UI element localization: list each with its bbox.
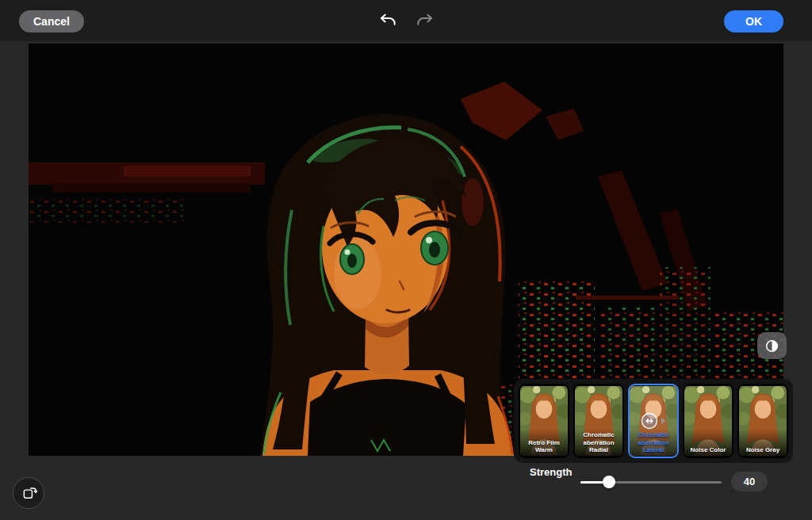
strength-label: Strength: [530, 466, 572, 478]
filter-chromatic-aberration-lateral[interactable]: Chromatic aberration Lateral: [628, 384, 679, 458]
top-bar: Cancel OK: [0, 0, 812, 41]
redo-arrow-icon: [415, 10, 435, 30]
slider-track: [580, 481, 722, 484]
undo-arrow-icon: [378, 10, 398, 30]
photo-editor: Cancel OK: [0, 0, 812, 520]
filter-label: Noise Color: [684, 446, 732, 454]
compare-toggle-button[interactable]: [757, 332, 787, 359]
adjust-arrows-icon: [639, 411, 668, 430]
filter-panel: Retro Film Warm Chromatic aberration Rad…: [514, 379, 793, 463]
rotate-crop-button[interactable]: [13, 477, 44, 509]
before-after-toggle-icon: [764, 338, 779, 354]
filter-noise-gray[interactable]: Noise Gray: [737, 384, 788, 458]
filter-retro-film-warm[interactable]: Retro Film Warm: [519, 384, 569, 458]
history-controls: [377, 10, 435, 31]
filter-label: Retro Film Warm: [520, 439, 568, 454]
undo-button[interactable]: [377, 10, 398, 31]
redo-button[interactable]: [414, 10, 435, 31]
strength-slider[interactable]: [580, 474, 722, 490]
cancel-button[interactable]: Cancel: [19, 10, 84, 32]
strength-value-badge: 40: [731, 472, 768, 491]
strength-slider-knob[interactable]: [603, 476, 615, 488]
filter-label: Noise Gray: [739, 446, 787, 454]
filter-noise-color[interactable]: Noise Color: [683, 384, 733, 458]
filter-chromatic-aberration-radial[interactable]: Chromatic aberration Radial: [573, 384, 624, 458]
rotate-canvas-icon: [21, 485, 37, 502]
filter-label: Chromatic aberration Lateral: [630, 431, 677, 454]
ok-button[interactable]: OK: [724, 10, 783, 32]
filter-label: Chromatic aberration Radial: [575, 431, 622, 454]
